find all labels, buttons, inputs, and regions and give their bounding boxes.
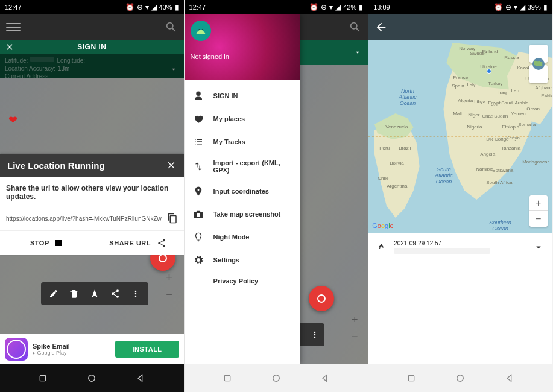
map-sliver: Nachtwinkel Kapitein Zee-Eend + − — [300, 14, 368, 364]
drawer-account-status: Not signed in — [191, 53, 294, 60]
drawer-item-signin[interactable]: SIGN IN — [185, 84, 300, 107]
home-button[interactable] — [454, 372, 466, 384]
zoom-out-button[interactable]: − — [161, 286, 178, 303]
drawer-item-night-mode[interactable]: Night Mode — [185, 226, 300, 248]
dnd-icon: ⊖ — [137, 4, 143, 11]
zoom-in-button[interactable]: + — [346, 311, 363, 328]
more-button[interactable] — [300, 323, 324, 346]
search-icon[interactable] — [349, 21, 362, 34]
clock: 12:47 — [5, 4, 22, 11]
drawer-item-my-tracks[interactable]: My Tracks — [185, 130, 300, 153]
recent-apps-button[interactable] — [37, 372, 49, 384]
home-button[interactable] — [86, 372, 98, 384]
svg-rect-0 — [40, 375, 45, 381]
account-icon — [193, 90, 204, 101]
drawer-item-privacy[interactable]: Privacy Policy — [185, 271, 300, 291]
back-arrow-icon[interactable] — [374, 21, 388, 34]
svg-point-5 — [273, 375, 280, 382]
sheet-title: Live Location Running — [7, 160, 105, 171]
zoom-in-button[interactable]: + — [161, 269, 178, 286]
signal-icon: ◢ — [335, 4, 341, 11]
recent-apps-button[interactable] — [221, 372, 233, 384]
clock: 13:09 — [373, 4, 390, 11]
track-timestamp: 2021-09-29 12:57 — [394, 240, 526, 247]
svg-point-2 — [198, 29, 200, 30]
nav-bar — [368, 364, 552, 392]
ad-banner[interactable]: Spike Email ▸ Google Play INSTALL — [0, 334, 184, 364]
svg-point-12 — [457, 375, 464, 382]
svg-point-1 — [89, 375, 95, 382]
clock: 12:47 — [189, 4, 206, 11]
back-button[interactable] — [319, 372, 331, 384]
chevron-down-icon[interactable] — [353, 48, 362, 57]
alarm-icon: ⏰ — [494, 4, 503, 11]
list-icon — [193, 136, 204, 147]
nav-bar — [0, 364, 184, 392]
menu-button[interactable] — [6, 20, 21, 34]
zoom-out-button[interactable]: − — [346, 328, 363, 345]
battery-icon: ▮ — [175, 4, 179, 11]
copy-icon[interactable] — [167, 213, 178, 224]
battery-text: 39% — [528, 4, 541, 11]
zoom-out-button[interactable]: − — [529, 211, 548, 227]
signal-icon: ◢ — [520, 4, 525, 11]
drawer-item-input-coords[interactable]: Input coordinates — [185, 180, 300, 203]
track-location-redacted — [394, 248, 490, 254]
world-map[interactable]: North Atlantic Ocean South Atlantic Ocea… — [368, 40, 552, 233]
stop-button[interactable]: STOP — [0, 231, 92, 255]
navigate-button[interactable] — [84, 283, 105, 304]
ocean-label: Southern Ocean — [489, 220, 511, 232]
delete-button[interactable] — [64, 283, 84, 304]
map-view[interactable]: Nachtwinkel Kapitein Zee-Eend + − — [300, 65, 368, 364]
share-button[interactable] — [105, 283, 125, 304]
track-entry[interactable]: 2021-09-29 12:57 — [368, 233, 552, 261]
gear-icon — [193, 254, 204, 265]
search-icon[interactable] — [165, 21, 178, 34]
home-button[interactable] — [270, 372, 282, 384]
ocean-label: North Atlantic Ocean — [399, 88, 417, 106]
status-bar: 12:47 ⏰ ⊖ ▾ ◢ 43% ▮ — [0, 0, 184, 14]
wifi-icon: ▾ — [145, 4, 149, 11]
chevron-down-icon[interactable] — [533, 242, 544, 253]
install-button[interactable]: INSTALL — [115, 341, 179, 358]
battery-text: 43% — [159, 4, 172, 11]
status-bar: 12:47 ⏰ ⊖ ▾ ◢ 42% ▮ — [185, 0, 368, 14]
share-url-button[interactable]: SHARE URL — [92, 231, 184, 255]
share-url: https://locations.app/live/?hash=-MkkwTu… — [6, 215, 162, 222]
layers-button[interactable] — [529, 65, 548, 83]
battery-icon: ▮ — [359, 4, 363, 11]
close-icon[interactable] — [166, 160, 177, 171]
signal-icon: ◢ — [151, 4, 157, 11]
back-button[interactable] — [504, 372, 516, 384]
svg-rect-11 — [409, 375, 414, 381]
navigation-drawer: Not signed in SIGN IN My places My Track… — [185, 14, 300, 364]
zoom-in-button[interactable]: + — [529, 195, 548, 211]
locate-me-button[interactable] — [309, 286, 334, 311]
drawer-item-screenshot[interactable]: Take map screenshot — [185, 203, 300, 226]
pane-track-detail: 13:09 ⏰ ⊖ ▾ ◢ 39% ▮ — [368, 0, 553, 392]
import-export-icon — [193, 161, 204, 172]
alarm-icon: ⏰ — [125, 4, 134, 11]
dnd-icon: ⊖ — [505, 4, 511, 11]
svg-rect-4 — [224, 375, 230, 381]
svg-point-3 — [201, 29, 203, 30]
close-icon[interactable] — [5, 42, 14, 52]
battery-icon: ▮ — [543, 4, 548, 11]
location-icon — [193, 186, 204, 197]
alarm-icon: ⏰ — [309, 4, 318, 11]
drawer-item-import-export[interactable]: Import - export (KML, GPX) — [185, 153, 300, 180]
app-bar — [368, 14, 552, 40]
edit-button[interactable] — [43, 283, 64, 304]
drawer-item-settings[interactable]: Settings — [185, 248, 300, 271]
app-bar — [0, 14, 184, 40]
walk-icon — [377, 241, 387, 253]
back-button[interactable] — [134, 372, 147, 384]
signin-bar[interactable]: SIGN IN — [0, 40, 184, 54]
drawer-item-my-places[interactable]: My places — [185, 107, 300, 130]
more-button[interactable] — [125, 283, 146, 304]
ad-subtitle: ▸ Google Play — [33, 350, 110, 356]
recent-apps-button[interactable] — [405, 372, 417, 384]
pane-drawer: 12:47 ⏰ ⊖ ▾ ◢ 42% ▮ Nachtwinkel Kapitein… — [185, 0, 369, 392]
chevron-down-icon[interactable] — [169, 65, 178, 74]
sheet-desc: Share the url to allow others view your … — [0, 177, 184, 208]
